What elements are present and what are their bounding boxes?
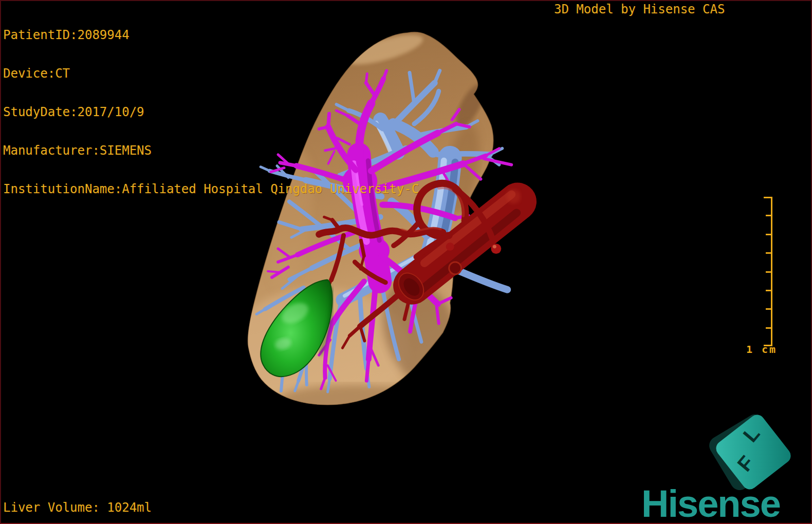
model-title: 3D Model by Hisense CAS: [554, 3, 725, 16]
scale-ruler-tick: [766, 327, 772, 329]
liver-volume-label: Liver Volume: 1024ml: [3, 501, 152, 514]
artery-stub: [449, 262, 462, 274]
scale-ruler-tick: [766, 252, 772, 254]
hisense-logo: Hisense: [641, 482, 780, 524]
orientation-face-front-label: F: [733, 452, 759, 476]
scale-ruler-tick: [766, 271, 772, 273]
device-line: Device:CT: [3, 67, 419, 80]
patient-id-line: PatientID:2089944: [3, 29, 419, 42]
institution-line: InstitutionName:Affiliated Hospital Qing…: [3, 183, 419, 196]
scale-ruler-label: 1 cm: [746, 343, 777, 355]
manufacturer-line: Manufacturer:SIEMENS: [3, 144, 419, 157]
scale-ruler-tick: [766, 290, 772, 291]
orientation-face-left-label: L: [739, 422, 764, 447]
scale-ruler: [764, 197, 772, 346]
viewer-canvas[interactable]: PatientID:2089944 Device:CT StudyDate:20…: [0, 0, 812, 524]
study-date-line: StudyDate:2017/10/9: [3, 106, 419, 119]
scale-ruler-tick: [766, 215, 772, 216]
patient-info-overlay: PatientID:2089944 Device:CT StudyDate:20…: [3, 3, 419, 221]
scale-ruler-tick: [766, 308, 772, 310]
scale-ruler-tick: [764, 197, 772, 198]
scale-ruler-tick: [766, 234, 772, 235]
